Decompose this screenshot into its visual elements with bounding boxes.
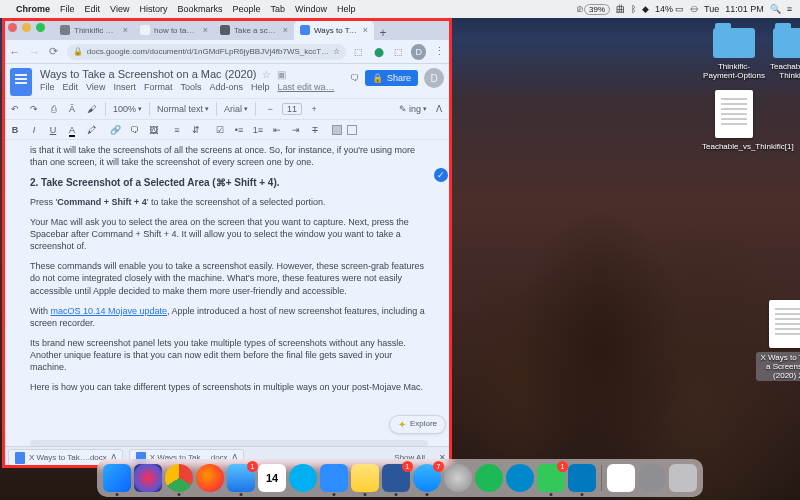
extension-icon-1[interactable]: ⬚ — [352, 45, 366, 59]
bulleted-list-icon[interactable]: •≡ — [232, 125, 246, 135]
style-dropdown[interactable]: Normal text▾ — [157, 104, 209, 114]
dock-app-trash[interactable] — [669, 464, 697, 492]
zoom-window-button[interactable] — [36, 23, 45, 32]
undo-icon[interactable]: ↶ — [8, 104, 22, 114]
font-size[interactable]: 11 — [282, 103, 302, 115]
collapse-toolbar-icon[interactable]: ᐱ — [432, 104, 446, 114]
omnibox[interactable]: 🔒 docs.google.com/document/d/1nGMdFLpR6j… — [67, 44, 346, 60]
gdoc-last-edit[interactable]: Last edit wa… — [277, 82, 334, 92]
comments-icon[interactable]: 🗨 — [350, 73, 359, 83]
chrome-menu-icon[interactable]: ⋮ — [432, 45, 446, 58]
status-wifi-icon[interactable]: ⦵ — [690, 4, 698, 15]
dock-app-trello[interactable] — [568, 464, 596, 492]
highlight-icon[interactable]: 🖍 — [84, 125, 98, 135]
doc-title[interactable]: Ways to Take a Screenshot on a Mac (2020… — [40, 68, 256, 80]
gdoc-menu-view[interactable]: View — [86, 82, 105, 92]
close-tab-icon[interactable]: × — [283, 25, 288, 35]
color-swatch-1[interactable] — [332, 125, 342, 135]
dock-app-mail[interactable]: 1 — [227, 464, 255, 492]
dock-app-firefox[interactable] — [196, 464, 224, 492]
dock-app-notes[interactable] — [351, 464, 379, 492]
indent-dec-icon[interactable]: ⇤ — [270, 125, 284, 135]
chrome-profile-avatar[interactable]: D — [411, 44, 427, 60]
align-left-icon[interactable]: ≡ — [170, 125, 184, 135]
dock-app-siri[interactable] — [134, 464, 162, 492]
menubar-file[interactable]: File — [60, 4, 75, 14]
doc-star-icon[interactable]: ☆ — [262, 69, 271, 80]
dock-app-appstore[interactable]: 7 — [413, 464, 441, 492]
underline-icon[interactable]: U — [46, 125, 60, 135]
doc-move-icon[interactable]: ▣ — [277, 69, 286, 80]
redo-icon[interactable]: ↷ — [27, 104, 41, 114]
zoom-dropdown[interactable]: 100%▾ — [113, 104, 142, 114]
dock-app-skype[interactable] — [289, 464, 317, 492]
gdoc-menu-help[interactable]: Help — [251, 82, 270, 92]
browser-tab[interactable]: Ways to Take a …× — [294, 20, 374, 40]
menubar-window[interactable]: Window — [295, 4, 327, 14]
explore-button[interactable]: ✦Explore — [389, 415, 446, 435]
new-tab-button[interactable]: + — [374, 26, 392, 40]
indent-inc-icon[interactable]: ⇥ — [289, 125, 303, 135]
status-screencast[interactable]: ⎚39% — [577, 4, 610, 15]
color-swatch-2[interactable] — [347, 125, 357, 135]
status-bluetooth-icon[interactable]: ᛒ — [631, 4, 636, 14]
menubar-view[interactable]: View — [110, 4, 129, 14]
dock-app-spotify[interactable] — [475, 464, 503, 492]
comment-icon[interactable]: 🗨 — [127, 125, 141, 135]
spellcheck-icon[interactable]: Ă — [65, 104, 79, 114]
text-color-icon[interactable]: A — [65, 125, 79, 135]
line-spacing-icon[interactable]: ⇵ — [189, 125, 203, 135]
font-size-inc[interactable]: + — [307, 104, 321, 114]
browser-tab[interactable]: Take a screensh…× — [214, 20, 294, 40]
browser-tab[interactable]: how to take scre…× — [134, 20, 214, 40]
checklist-icon[interactable]: ☑ — [213, 125, 227, 135]
menubar-help[interactable]: Help — [337, 4, 356, 14]
share-button[interactable]: 🔒Share — [365, 70, 418, 86]
link-icon[interactable]: 🔗 — [108, 125, 122, 135]
menubar-app-name[interactable]: Chrome — [16, 4, 50, 14]
dock-app-settings[interactable] — [444, 464, 472, 492]
desktop-folder-icon[interactable]: Thinkific-Payment-Options — [702, 28, 766, 80]
forward-icon[interactable]: → — [28, 46, 42, 58]
extension-icon-2[interactable]: ⬤ — [372, 45, 386, 59]
back-icon[interactable]: ← — [8, 46, 22, 58]
spotlight-icon[interactable]: 🔍 — [770, 4, 781, 14]
status-dropbox-icon[interactable]: ◆ — [642, 4, 649, 14]
status-battery[interactable]: 14% ▭ — [655, 4, 684, 14]
numbered-list-icon[interactable]: 1≡ — [251, 125, 265, 135]
desktop-doc-icon[interactable]: X Ways to Take a Screens…(2020) 2 — [756, 300, 800, 381]
status-lang[interactable]: 曲 — [616, 3, 625, 16]
italic-icon[interactable]: I — [27, 125, 41, 135]
dock-app-finder[interactable] — [103, 464, 131, 492]
gdoc-menu-addons[interactable]: Add-ons — [209, 82, 243, 92]
close-window-button[interactable] — [8, 23, 17, 32]
google-docs-logo-icon[interactable] — [10, 68, 32, 96]
saved-check-icon[interactable]: ✓ — [434, 168, 448, 182]
gdoc-menu-edit[interactable]: Edit — [63, 82, 79, 92]
print-icon[interactable]: ⎙ — [46, 104, 60, 114]
editing-mode-dropdown[interactable]: ✎ ing▾ — [399, 104, 427, 114]
dock-app-chrome[interactable] — [165, 464, 193, 492]
gdoc-menu-format[interactable]: Format — [144, 82, 173, 92]
close-tab-icon[interactable]: × — [203, 25, 208, 35]
dock-app-telegram[interactable] — [506, 464, 534, 492]
reload-icon[interactable]: ⟳ — [47, 45, 61, 58]
desktop-folder-icon[interactable]: Teachable Vs Thinkific — [762, 28, 800, 80]
image-icon[interactable]: 🖼 — [146, 125, 160, 135]
menubar-edit[interactable]: Edit — [85, 4, 101, 14]
menubar-tab[interactable]: Tab — [270, 4, 285, 14]
gdoc-menu-insert[interactable]: Insert — [113, 82, 136, 92]
extension-icon-3[interactable]: ⬚ — [391, 45, 405, 59]
dock-app-zoom[interactable] — [320, 464, 348, 492]
dock-app-doc-recent[interactable] — [607, 464, 635, 492]
desktop-doc-icon[interactable]: Teachable_vs_Thinkific[1] — [702, 90, 766, 151]
document-body[interactable]: ✓ is that it will take the screenshots o… — [2, 140, 452, 438]
clear-format-icon[interactable]: T — [308, 125, 322, 135]
menubar-people[interactable]: People — [232, 4, 260, 14]
dock-app-messages[interactable]: 1 — [537, 464, 565, 492]
paint-format-icon[interactable]: 🖌 — [84, 104, 98, 114]
font-dropdown[interactable]: Arial▾ — [224, 104, 248, 114]
notification-center-icon[interactable]: ≡ — [787, 4, 792, 14]
gdoc-menu-tools[interactable]: Tools — [180, 82, 201, 92]
minimize-window-button[interactable] — [22, 23, 31, 32]
